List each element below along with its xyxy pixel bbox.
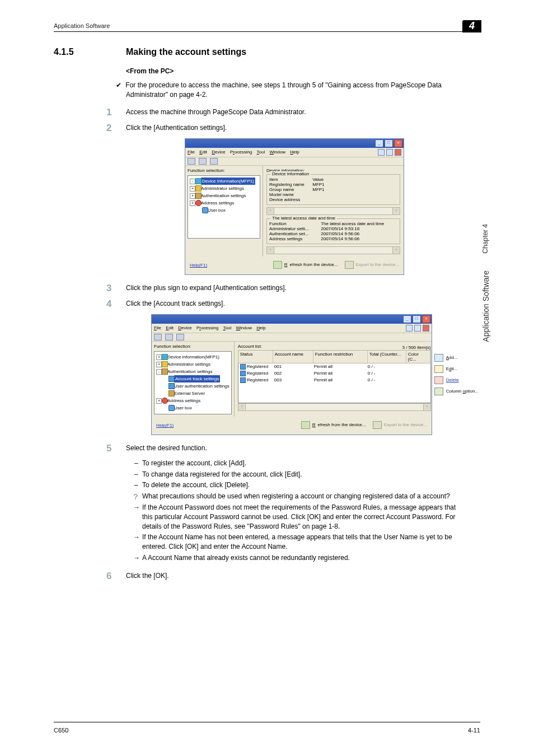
toolbar-icon[interactable] [210,158,218,165]
step-number: 1 [106,107,111,118]
menu-edit[interactable]: Edit [166,325,174,330]
toolbar-icon[interactable] [188,158,195,165]
scroll-left-icon[interactable]: ‹ [266,207,274,215]
col-function-restriction[interactable]: Function restriction [313,351,368,363]
lead-paragraph: ✔ For the procedure to access the machin… [126,81,465,100]
inner-minimize-icon[interactable] [378,149,385,156]
table-row[interactable]: Registered 001 Permit all 0 / - [238,363,430,370]
tree-expand-icon[interactable]: + [190,186,195,192]
tree-item-auth[interactable]: Authentication settings [167,369,213,374]
row-label: Address settings [269,236,320,241]
menu-window[interactable]: Window [269,150,285,155]
tree-item-device-info[interactable]: Device information(MFP1) [167,354,219,360]
account-table[interactable]: Registered 001 Permit all 0 / - Register… [238,363,431,403]
scroll-right-icon[interactable]: › [423,403,431,411]
help-link[interactable]: Help(F1) [156,423,174,428]
table-header[interactable]: Status Account name Function restriction… [238,350,431,363]
menu-help[interactable]: Help [256,325,265,330]
tree-expand-icon[interactable]: + [156,354,162,360]
menu-help[interactable]: Help [290,150,299,155]
scroll-right-icon[interactable]: › [392,207,400,215]
edit-button[interactable]: Edit... [434,365,481,373]
menubar[interactable]: FFileile Edit Device Processing Tool Win… [188,150,303,155]
tree-expand-icon[interactable]: + [190,193,195,199]
tree-item-external-server[interactable]: External Server [174,391,205,396]
h-scrollbar[interactable]: ‹ › [238,403,431,411]
scroll-right-icon[interactable]: › [392,246,400,254]
tree-item-userbox[interactable]: User box [174,405,192,410]
menu-device[interactable]: Device [178,325,191,330]
scroll-left-icon[interactable]: ‹ [238,403,246,411]
tree-item-admin[interactable]: Administrator settings [167,362,210,367]
toolbar-icon[interactable] [176,334,184,340]
menu-edit[interactable]: Edit [199,150,207,155]
tree-item-device-info[interactable]: Device information(MFP1) [201,178,255,185]
tree-expand-icon[interactable]: + [156,398,162,404]
minimize-icon[interactable]: _ [375,139,383,147]
close-icon[interactable]: × [394,139,402,147]
maximize-icon[interactable]: □ [413,315,421,323]
col-account-name[interactable]: Account name [273,351,313,363]
checkmark-icon: ✔ [116,81,124,90]
toolbar-icon[interactable] [165,334,173,340]
menu-device[interactable]: Device [212,150,225,155]
lead-text: For the procedure to access the machine,… [125,81,442,99]
table-row[interactable]: Registered 003 Permit all 0 / - [238,377,430,384]
toolbar-icon[interactable] [199,158,207,165]
menu-processing[interactable]: Processing [230,150,252,155]
menu-file[interactable]: File [154,325,161,330]
help-link[interactable]: Help(F1) [190,263,207,268]
column-option-button[interactable]: Column option... [434,388,481,395]
inner-restore-icon[interactable] [414,325,421,332]
tree-collapse-icon[interactable]: - [156,369,162,375]
close-icon[interactable]: × [422,315,430,323]
tree-item-auth[interactable]: Authentication settings [201,193,246,198]
menu-processing[interactable]: Processing [196,325,219,330]
refresh-button[interactable]: Refresh from the device... [301,421,366,429]
window-titlebar[interactable]: _ □ × [185,139,404,148]
menu-tool[interactable]: Tool [223,325,232,330]
minimize-icon[interactable]: _ [403,315,411,323]
col-color[interactable]: Color (C... [406,351,430,363]
table-row[interactable]: Registered 002 Permit all 0 / - [238,370,430,377]
toolbar-icon[interactable] [154,334,162,340]
menu-file[interactable]: FFileile [188,150,195,155]
subsection-head: <From the PC> [126,67,465,75]
function-tree[interactable]: +Device information(MFP1) +Administrator… [154,351,232,414]
h-scrollbar[interactable]: ‹ › [266,246,400,254]
status-icon [240,364,246,370]
window-titlebar[interactable]: _ □ × [152,315,432,324]
add-icon [434,354,443,362]
inner-restore-icon[interactable] [386,149,393,156]
tree-item-admin[interactable]: Administrator settings [201,186,244,191]
step-text: Select the desired function. [126,444,465,452]
refresh-button[interactable]: RRefresh from the device...efresh from t… [273,261,338,269]
inner-close-icon[interactable] [423,325,429,332]
menu-window[interactable]: Window [236,325,251,330]
section-number: 4.1.5 [54,47,74,57]
menu-tool[interactable]: Tool [257,150,265,155]
maximize-icon[interactable]: □ [385,139,393,147]
tree-expand-icon[interactable]: + [156,362,162,367]
groupbox-title: The latest access date and time [270,216,337,221]
col-status[interactable]: Status [238,351,273,363]
function-tree[interactable]: -Device information(MFP1) +Administrator… [188,175,260,239]
tree-item-account-track[interactable]: Account track settings [174,375,220,382]
inner-close-icon[interactable] [395,149,401,156]
step-number: 3 [106,283,111,294]
tree-item-address[interactable]: Address settings [167,398,200,403]
tree-item-address[interactable]: Address settings [201,200,234,206]
h-scrollbar[interactable]: ‹ › [266,207,400,215]
tree-expand-icon[interactable]: + [190,200,195,206]
col-total[interactable]: Total (Counter... [368,351,406,363]
auth-icon [162,368,168,375]
tree-expand-icon[interactable]: - [190,179,195,184]
step-text: Access the machine through PageScope Dat… [126,108,465,116]
tree-item-user-auth[interactable]: User authentication settings [174,384,229,389]
add-button[interactable]: Add... [434,354,481,362]
tree-item-userbox[interactable]: User box [208,208,226,213]
delete-button[interactable]: Delete [434,376,481,384]
scroll-left-icon[interactable]: ‹ [266,246,274,254]
menubar[interactable]: File Edit Device Processing Tool Window … [154,325,269,330]
inner-minimize-icon[interactable] [406,325,413,332]
